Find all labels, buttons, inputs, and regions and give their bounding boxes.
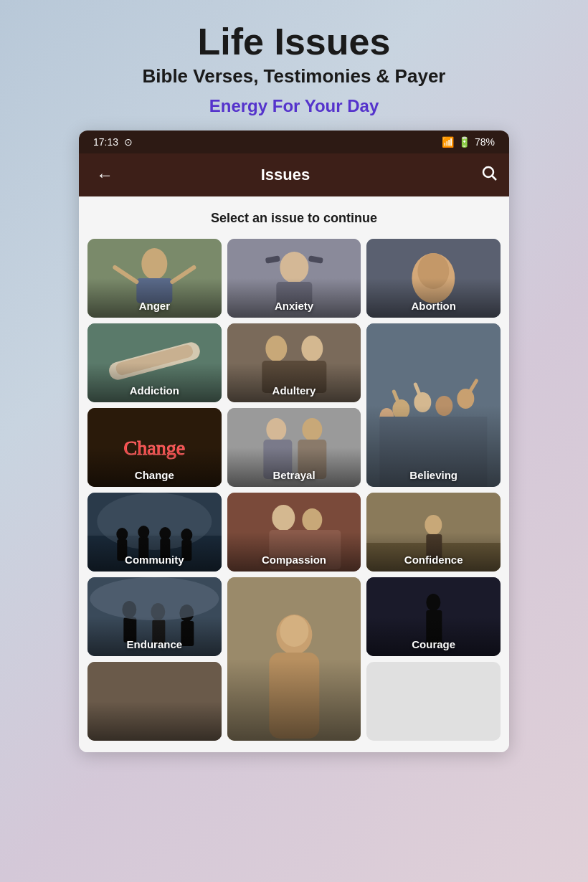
svg-point-20 xyxy=(301,336,323,361)
svg-point-52 xyxy=(302,508,322,531)
issue-consolation[interactable] xyxy=(227,577,361,741)
issue-addiction[interactable]: Addiction xyxy=(87,323,222,402)
change-label: Change xyxy=(87,469,222,481)
select-prompt: Select an issue to continue xyxy=(87,208,501,229)
courage-label: Courage xyxy=(366,638,501,650)
issue-adultery[interactable]: Adultery xyxy=(227,323,361,402)
issue-believing[interactable]: Believing xyxy=(366,323,501,487)
svg-point-36 xyxy=(302,418,322,441)
svg-point-51 xyxy=(272,505,295,531)
grid-placeholder xyxy=(366,662,501,741)
battery-level: 78% xyxy=(475,136,495,148)
issue-change[interactable]: Change Change xyxy=(87,408,222,487)
status-icon: ⊙ xyxy=(124,136,133,148)
issues-grid: Anger Anxiety xyxy=(87,239,501,741)
status-left: 17:13 ⊙ xyxy=(93,136,133,148)
addiction-label: Addiction xyxy=(87,384,222,397)
anger-label: Anger xyxy=(87,300,222,312)
time-display: 17:13 xyxy=(93,136,118,148)
status-bar: 17:13 ⊙ 📶 🔋 78% xyxy=(79,131,509,153)
endurance-label: Endurance xyxy=(87,638,222,650)
app-title: Life Issues xyxy=(143,22,446,62)
svg-point-68 xyxy=(280,615,308,647)
confidence-label: Confidence xyxy=(366,554,501,566)
back-button[interactable]: ← xyxy=(90,159,119,191)
issue-bottom1[interactable] xyxy=(87,662,222,741)
issue-betrayal[interactable]: Betrayal xyxy=(227,408,361,487)
issue-endurance[interactable]: Endurance xyxy=(87,577,222,656)
nav-bar: ← Issues xyxy=(79,153,509,196)
issue-compassion[interactable]: Compassion xyxy=(227,493,361,572)
betrayal-label: Betrayal xyxy=(227,469,361,481)
believing-label: Believing xyxy=(366,469,501,481)
app-header: Life Issues Bible Verses, Testimonies & … xyxy=(128,0,460,123)
issue-courage[interactable]: Courage xyxy=(366,577,501,656)
abortion-label: Abortion xyxy=(366,300,501,312)
app-subtitle: Bible Verses, Testimonies & Payer xyxy=(143,65,446,87)
issue-confidence[interactable]: Confidence xyxy=(366,493,501,572)
anxiety-label: Anxiety xyxy=(227,300,361,312)
svg-point-35 xyxy=(266,418,286,441)
issue-community[interactable]: Community xyxy=(87,493,222,572)
issue-anger[interactable]: Anger xyxy=(87,239,222,318)
community-label: Community xyxy=(87,554,222,566)
svg-point-0 xyxy=(483,167,493,177)
status-right: 📶 🔋 78% xyxy=(442,136,495,148)
svg-point-3 xyxy=(141,248,167,280)
issue-abortion[interactable]: Abortion xyxy=(366,239,501,318)
app-tagline: Energy For Your Day xyxy=(143,96,446,116)
signal-icon: 📶 xyxy=(442,136,454,148)
svg-line-1 xyxy=(493,176,497,181)
svg-point-65 xyxy=(90,577,219,620)
search-button[interactable] xyxy=(480,164,498,186)
content-area: Select an issue to continue Anger xyxy=(79,196,509,752)
issue-anxiety[interactable]: Anxiety xyxy=(227,239,361,318)
phone-frame: 17:13 ⊙ 📶 🔋 78% ← Issues Select an issue… xyxy=(79,131,509,752)
adultery-label: Adultery xyxy=(227,384,361,397)
nav-title: Issues xyxy=(119,166,452,184)
svg-point-19 xyxy=(265,336,287,361)
svg-point-71 xyxy=(427,594,441,611)
battery-icon: 🔋 xyxy=(458,136,470,148)
compassion-label: Compassion xyxy=(227,554,361,566)
